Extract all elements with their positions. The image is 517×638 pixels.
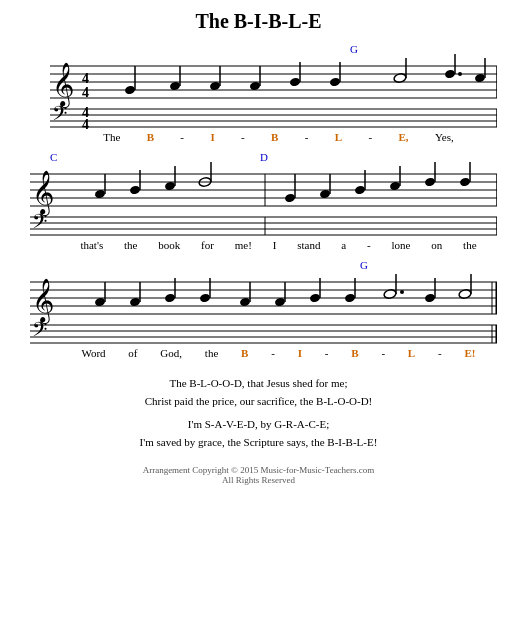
lyric-word: Word [81, 347, 105, 359]
svg-text:𝄢: 𝄢 [52, 103, 67, 129]
copyright-section: Arrangement Copyright © 2015 Music-for-M… [143, 465, 375, 485]
staff-svg-1: G 𝄞 4 4 [20, 41, 497, 131]
svg-point-98 [424, 293, 436, 303]
svg-point-17 [289, 77, 301, 87]
lyric-dash1: - [180, 131, 184, 143]
verse-1-line-2: Christ paid the price, our sacrifice, th… [140, 393, 378, 411]
svg-point-23 [444, 69, 456, 79]
verse-1-line-1: The B-L-O-O-D, that Jesus shed for me; [140, 375, 378, 393]
lyrics-row-3: Word of God, the B - I - B - L - E! [20, 347, 497, 359]
lyric-the2: the [124, 239, 137, 251]
lyric-dash9: - [438, 347, 442, 359]
extra-lyrics: The B-L-O-O-D, that Jesus shed for me; C… [140, 375, 378, 457]
lyric-the3: the [463, 239, 476, 251]
lyrics-row-1: The B - I - B - L - E, Yes, [20, 131, 497, 143]
svg-point-83 [164, 293, 176, 303]
staff-svg-3: G 𝄞 [20, 257, 497, 347]
lyric-b1: B [147, 131, 154, 143]
svg-text:𝄞: 𝄞 [32, 170, 54, 217]
page: The B-I-B-L-E G 𝄞 4 4 [0, 0, 517, 638]
svg-text:𝄢: 𝄢 [32, 211, 47, 237]
lyric-me: me! [235, 239, 252, 251]
verse-2: I'm S-A-V-E-D, by G-R-A-C-E; I'm saved b… [140, 416, 378, 451]
lyric-dash7: - [325, 347, 329, 359]
svg-point-56 [354, 185, 366, 195]
svg-point-9 [124, 85, 136, 95]
svg-text:4: 4 [82, 85, 89, 100]
svg-point-60 [424, 177, 436, 187]
lyric-on: on [431, 239, 442, 251]
lyric-b4: B [351, 347, 358, 359]
lyric-e2: E! [464, 347, 475, 359]
verse-2-line-2: I'm saved by grace, the Scripture says, … [140, 434, 378, 452]
copyright-text: Arrangement Copyright © 2015 Music-for-M… [143, 465, 375, 475]
lyric-dash6: - [271, 347, 275, 359]
lyric-i2: I [298, 347, 302, 359]
chord-d: D [260, 151, 268, 163]
verse-2-line-1: I'm S-A-V-E-D, by G-R-A-C-E; [140, 416, 378, 434]
lyrics-row-2: that's the book for me! I stand a - lone… [20, 239, 497, 251]
svg-text:𝄞: 𝄞 [52, 62, 74, 109]
svg-point-62 [459, 177, 471, 187]
lyric-of: of [128, 347, 137, 359]
lyric-b3: B [241, 347, 248, 359]
lyric-dash3: - [305, 131, 309, 143]
svg-point-97 [400, 290, 404, 294]
chord-g-2: G [360, 259, 368, 271]
svg-point-91 [309, 293, 321, 303]
lyric-dash2: - [241, 131, 245, 143]
lyric-dash4: - [368, 131, 372, 143]
staff-section-1: G 𝄞 4 4 [20, 41, 497, 143]
lyric-l1: L [335, 131, 342, 143]
lyric-book: book [158, 239, 180, 251]
page-title: The B-I-B-L-E [195, 10, 321, 33]
lyric-e1: E, [399, 131, 409, 143]
staff-svg-2: C D 𝄞 [20, 149, 497, 239]
lyric-a: a [341, 239, 346, 251]
svg-point-85 [199, 293, 211, 303]
lyric-i: I [273, 239, 277, 251]
verse-1: The B-L-O-O-D, that Jesus shed for me; C… [140, 375, 378, 410]
rights-text: All Rights Reserved [143, 475, 375, 485]
lyric-the4: the [205, 347, 218, 359]
lyric-dash8: - [381, 347, 385, 359]
svg-point-46 [129, 185, 141, 195]
staff-section-2: C D 𝄞 [20, 149, 497, 251]
svg-point-25 [458, 72, 462, 76]
lyric-the: The [103, 131, 120, 143]
chord-c: C [50, 151, 57, 163]
svg-point-93 [344, 293, 356, 303]
svg-text:𝄢: 𝄢 [32, 319, 47, 345]
lyric-dash5: - [367, 239, 371, 251]
lyric-lone: lone [391, 239, 410, 251]
lyric-thats: that's [80, 239, 103, 251]
svg-text:4: 4 [82, 117, 89, 131]
lyric-b2: B [271, 131, 278, 143]
svg-text:𝄞: 𝄞 [32, 278, 54, 325]
lyric-l2: L [408, 347, 415, 359]
lyric-yes: Yes, [435, 131, 454, 143]
svg-point-52 [284, 193, 296, 203]
svg-text:4: 4 [82, 71, 89, 86]
lyric-god: God, [160, 347, 182, 359]
chord-g-1: G [350, 43, 358, 55]
lyric-stand: stand [297, 239, 320, 251]
staff-section-3: G 𝄞 [20, 257, 497, 359]
lyric-for: for [201, 239, 214, 251]
lyric-i1: I [210, 131, 214, 143]
svg-point-19 [329, 77, 341, 87]
